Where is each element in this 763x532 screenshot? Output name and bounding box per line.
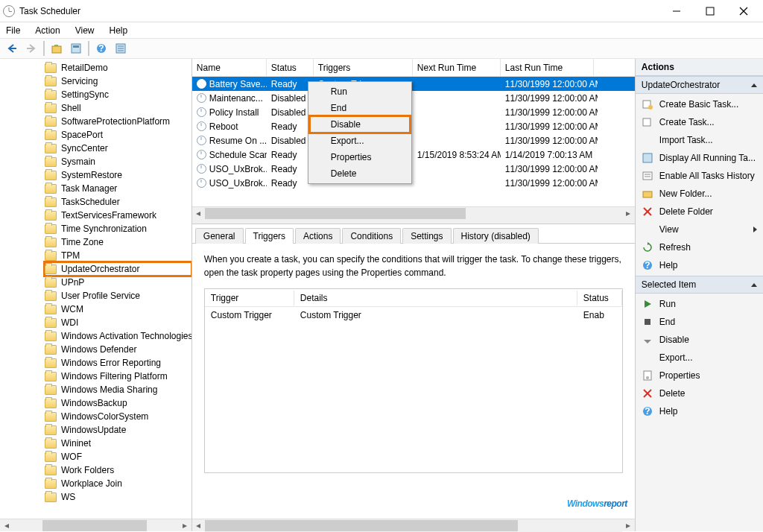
action-item[interactable]: Create Basic Task...: [636, 95, 763, 113]
context-menu-item[interactable]: Delete: [310, 165, 410, 182]
tree-item[interactable]: Windows Defender: [45, 343, 191, 356]
col-next[interactable]: Next Run Time: [413, 59, 501, 76]
tree-item[interactable]: RetailDemo: [45, 61, 191, 75]
section-update-orchestrator[interactable]: UpdateOrchestrator: [636, 76, 763, 94]
col-trigger[interactable]: Trigger: [205, 291, 294, 305]
task-row[interactable]: RebootReady11/30/1999 12:00:00 AM: [192, 119, 635, 133]
tree-item[interactable]: Wininet: [45, 437, 191, 450]
action-item[interactable]: View: [636, 221, 763, 238]
action-item[interactable]: ?Help: [636, 256, 763, 274]
tree-item[interactable]: TaskScheduler: [45, 195, 191, 209]
scroll-left-icon[interactable]: ◂: [192, 519, 205, 532]
action-item[interactable]: Disable: [636, 331, 763, 349]
tree-item[interactable]: SpacePort: [45, 128, 191, 142]
properties-button[interactable]: [112, 40, 130, 57]
tree-item[interactable]: Work Folders: [45, 463, 191, 477]
action-item[interactable]: New Folder...: [636, 185, 763, 203]
tasklist-hscroll[interactable]: ◂ ▸: [192, 206, 635, 219]
detail-tab[interactable]: General: [195, 228, 244, 244]
action-item[interactable]: ?Help: [636, 402, 763, 420]
tree-item[interactable]: Sysmain: [45, 155, 191, 168]
tree-item[interactable]: Servicing: [45, 75, 191, 88]
trigger-row[interactable]: Custom TriggerCustom TriggerEnab: [205, 307, 622, 323]
action-item[interactable]: Properties: [636, 367, 763, 384]
tree-item[interactable]: SystemRestore: [45, 168, 191, 182]
menu-view[interactable]: View: [72, 24, 98, 37]
tree-item[interactable]: WS: [45, 490, 191, 504]
tree-item[interactable]: SyncCenter: [45, 142, 191, 155]
col-last[interactable]: Last Run Time: [501, 59, 594, 76]
detail-tab[interactable]: Settings: [402, 228, 451, 244]
col-details[interactable]: Details: [294, 291, 577, 305]
task-row[interactable]: Policy InstallDisabled11/30/1999 12:00:0…: [192, 105, 635, 119]
task-row[interactable]: Maintenanc...Disabled11/30/1999 12:00:00…: [192, 91, 635, 105]
context-menu-item[interactable]: Export...: [310, 133, 410, 149]
minimize-button[interactable]: [659, 1, 693, 22]
detail-tab[interactable]: Actions: [295, 228, 341, 244]
context-menu-item[interactable]: Properties: [310, 149, 410, 165]
scroll-right-icon[interactable]: ▸: [179, 519, 191, 532]
context-menu-item[interactable]: End: [310, 100, 410, 116]
maximize-button[interactable]: [693, 1, 726, 22]
col-name[interactable]: Name: [192, 59, 267, 76]
context-menu-item[interactable]: Disable: [310, 116, 410, 133]
tree-item[interactable]: WCM: [45, 303, 191, 316]
close-button[interactable]: [726, 1, 760, 22]
menu-file[interactable]: File: [3, 24, 23, 37]
action-item[interactable]: Delete: [636, 384, 763, 402]
detail-hscroll[interactable]: ◂ ▸: [192, 519, 635, 531]
tree-item[interactable]: Shell: [45, 101, 191, 115]
task-row[interactable]: Battery Save...ReadyCustom Trigger11/30/…: [192, 77, 635, 91]
tree-item[interactable]: Windows Media Sharing: [45, 383, 191, 396]
action-item[interactable]: Enable All Tasks History: [636, 167, 763, 185]
tree-item[interactable]: Windows Activation Technologies: [45, 329, 191, 343]
action-item[interactable]: Display All Running Ta...: [636, 149, 763, 167]
tree-item[interactable]: Windows Filtering Platform: [45, 370, 191, 383]
action-item[interactable]: Create Task...: [636, 113, 763, 131]
tree-item[interactable]: WindowsBackup: [45, 396, 191, 410]
task-row[interactable]: USO_UxBrok...Ready11/30/1999 12:00:00 AM: [192, 162, 635, 176]
detail-tab[interactable]: Conditions: [342, 228, 401, 244]
tree-item[interactable]: WOF: [45, 450, 191, 463]
menu-help[interactable]: Help: [107, 24, 131, 37]
tree-item[interactable]: TPM: [45, 249, 191, 262]
tree-item[interactable]: Time Synchronization: [45, 222, 191, 235]
detail-tab[interactable]: History (disabled): [453, 228, 539, 244]
tree-item[interactable]: WindowsUpdate: [45, 423, 191, 437]
scroll-right-icon[interactable]: ▸: [622, 207, 635, 220]
tree-item[interactable]: Task Manager: [45, 182, 191, 195]
action-item[interactable]: Delete Folder: [636, 203, 763, 221]
detail-tab[interactable]: Triggers: [245, 228, 294, 244]
action-item[interactable]: Refresh: [636, 238, 763, 256]
action-item[interactable]: End: [636, 313, 763, 331]
action-item[interactable]: Run: [636, 295, 763, 313]
tree-hscroll[interactable]: ◂ ▸: [0, 519, 191, 531]
section-selected-item[interactable]: Selected Item: [636, 276, 763, 294]
tree-item[interactable]: SoftwareProtectionPlatform: [45, 115, 191, 128]
tree-item[interactable]: Workplace Join: [45, 477, 191, 490]
tree-item[interactable]: User Profile Service: [45, 289, 191, 303]
col-status[interactable]: Status: [577, 291, 622, 305]
task-row[interactable]: USO_UxBrok...Ready11/30/1999 12:00:00 AM: [192, 176, 635, 190]
menu-action[interactable]: Action: [32, 24, 63, 37]
col-status[interactable]: Status: [267, 59, 314, 76]
tree-item[interactable]: WindowsColorSystem: [45, 410, 191, 423]
task-row[interactable]: Schedule ScanReady1/15/2019 8:53:24 AM1/…: [192, 148, 635, 162]
tree-item[interactable]: Windows Error Reporting: [45, 356, 191, 370]
action-item[interactable]: Import Task...: [636, 131, 763, 149]
scroll-right-icon[interactable]: ▸: [622, 519, 635, 532]
forward-button[interactable]: [22, 40, 40, 57]
col-triggers[interactable]: Triggers: [314, 59, 413, 76]
tree-item[interactable]: WDI: [45, 316, 191, 329]
tree-item[interactable]: UpdateOrchestrator: [45, 262, 191, 276]
scroll-left-icon[interactable]: ◂: [192, 207, 205, 220]
tree-item[interactable]: TextServicesFramework: [45, 209, 191, 222]
context-menu-item[interactable]: Run: [310, 83, 410, 100]
tree-item[interactable]: SettingSync: [45, 88, 191, 101]
action-item[interactable]: Export...: [636, 349, 763, 367]
task-row[interactable]: Resume On ...Disabled11/30/1999 12:00:00…: [192, 133, 635, 148]
scroll-left-icon[interactable]: ◂: [0, 519, 13, 532]
tree-item[interactable]: Time Zone: [45, 235, 191, 249]
console-button[interactable]: [67, 40, 85, 57]
help-button[interactable]: ?: [92, 40, 110, 57]
